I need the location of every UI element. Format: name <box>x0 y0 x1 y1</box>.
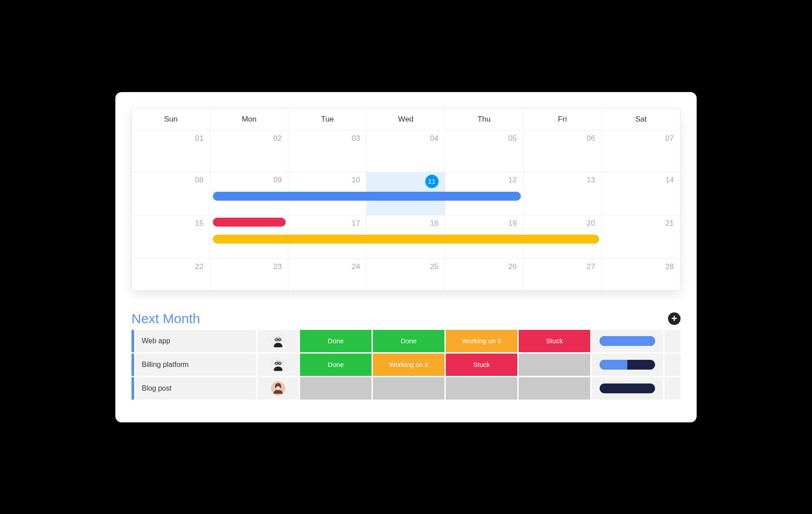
add-task-button[interactable]: + <box>668 312 681 325</box>
avatar-icon <box>271 381 285 396</box>
date-number: 08 <box>195 176 203 184</box>
calendar-cell[interactable]: 06 <box>524 131 602 172</box>
calendar-cell[interactable]: 01 <box>132 131 210 172</box>
today-badge: 11 <box>425 175 439 188</box>
calendar-cell[interactable]: 13 <box>524 172 602 215</box>
calendar-cell[interactable]: 08 <box>132 172 210 215</box>
calendar-cell[interactable]: 23 <box>210 259 288 290</box>
status-cell[interactable]: Stuck <box>519 330 590 352</box>
calendar-cell[interactable]: 28 <box>602 259 680 290</box>
date-number: 24 <box>352 262 360 271</box>
date-number: 15 <box>195 219 203 228</box>
date-number: 04 <box>430 134 439 143</box>
status-cell-empty[interactable] <box>446 377 517 400</box>
row-accent <box>131 330 134 352</box>
date-number: 21 <box>665 219 674 228</box>
row-end-spacer <box>664 330 681 352</box>
calendar-cell[interactable]: 22 <box>132 259 210 290</box>
calendar-cell[interactable]: 25 <box>367 259 445 290</box>
row-end-spacer <box>664 377 681 400</box>
status-cell-empty[interactable] <box>519 377 590 400</box>
calendar: Sun Mon Tue Wed Thu Fri Sat 010203040506… <box>131 108 681 291</box>
date-number: 25 <box>430 262 439 271</box>
task-table: Web appDoneDoneWorking on itStuckBilling… <box>131 330 681 400</box>
progress-track <box>600 360 655 370</box>
status-cell[interactable]: Stuck <box>446 354 517 376</box>
date-number: 23 <box>273 262 282 271</box>
task-row: Blog post <box>131 377 681 400</box>
progress-track <box>600 336 655 346</box>
date-number: 01 <box>195 134 203 143</box>
calendar-cell[interactable]: 02 <box>210 131 288 172</box>
progress-cell[interactable] <box>592 330 663 352</box>
calendar-cell[interactable]: 27 <box>524 259 602 290</box>
status-cell[interactable]: Working on it <box>373 354 444 376</box>
assignee-cell[interactable] <box>258 330 299 352</box>
date-number: 19 <box>508 219 517 228</box>
calendar-cell[interactable]: 14 <box>602 172 680 215</box>
calendar-header-row: Sun Mon Tue Wed Thu Fri Sat <box>132 109 680 130</box>
date-number: 10 <box>352 176 360 184</box>
date-number: 03 <box>352 134 360 143</box>
date-number: 26 <box>508 262 517 271</box>
calendar-cell[interactable]: 15 <box>132 215 210 258</box>
calendar-cell[interactable]: 26 <box>445 259 524 290</box>
date-number: 12 <box>508 176 517 184</box>
calendar-event-bar[interactable] <box>213 192 521 201</box>
app-card: Sun Mon Tue Wed Thu Fri Sat 010203040506… <box>115 92 697 422</box>
date-number: 06 <box>587 134 595 143</box>
task-name-cell[interactable]: Web app <box>135 330 256 352</box>
weekday-header: Wed <box>367 109 445 130</box>
assignee-cell[interactable] <box>258 377 299 400</box>
svg-point-1 <box>275 337 281 342</box>
calendar-cell[interactable]: 05 <box>445 131 524 172</box>
calendar-cell[interactable]: 04 <box>367 131 445 172</box>
calendar-row: 01020304050607 <box>132 130 680 172</box>
status-cell[interactable]: Done <box>300 330 372 352</box>
calendar-row: 22232425262728 <box>132 258 680 290</box>
weekday-header: Fri <box>524 109 602 130</box>
section-header: Next Month + <box>131 311 681 326</box>
plus-icon: + <box>672 314 677 324</box>
section-title: Next Month <box>131 311 200 326</box>
avatar-icon <box>271 334 285 348</box>
status-cell-empty[interactable] <box>300 377 372 400</box>
task-row: Billing platformDoneWorking on itStuck <box>131 354 681 376</box>
weekday-header: Sun <box>132 109 210 130</box>
assignee-cell[interactable] <box>258 354 299 376</box>
status-cell[interactable]: Working on it <box>446 330 517 352</box>
status-cell[interactable]: Done <box>373 330 444 352</box>
weekday-header: Sat <box>602 109 680 130</box>
task-row: Web appDoneDoneWorking on itStuck <box>131 330 681 352</box>
date-number: 20 <box>587 219 595 228</box>
date-number: 05 <box>508 134 517 143</box>
date-number: 02 <box>273 134 282 143</box>
task-name-cell[interactable]: Blog post <box>135 377 256 400</box>
progress-fill <box>600 360 627 370</box>
progress-cell[interactable] <box>592 354 663 376</box>
weekday-header: Mon <box>210 109 288 130</box>
status-cell[interactable]: Done <box>300 354 372 376</box>
row-end-spacer <box>664 354 681 376</box>
calendar-cell[interactable]: 21 <box>602 215 680 258</box>
date-number: 07 <box>665 134 674 143</box>
date-number: 09 <box>273 176 282 184</box>
calendar-event-bar[interactable] <box>213 235 599 244</box>
date-number: 17 <box>352 219 360 228</box>
weekday-header: Tue <box>288 109 367 130</box>
status-cell-empty[interactable] <box>519 354 590 376</box>
calendar-cell[interactable]: 03 <box>288 131 367 172</box>
date-number: 27 <box>587 262 595 271</box>
calendar-cell[interactable]: 07 <box>602 131 680 172</box>
row-accent <box>131 377 134 400</box>
date-number: 18 <box>430 219 439 228</box>
progress-cell[interactable] <box>592 377 663 400</box>
task-name-cell[interactable]: Billing platform <box>135 354 256 376</box>
date-number: 13 <box>587 176 595 184</box>
status-cell-empty[interactable] <box>373 377 444 400</box>
calendar-body: 0102030405060708091011121314151617181920… <box>132 130 680 290</box>
calendar-cell[interactable]: 24 <box>288 259 367 290</box>
date-number: 28 <box>665 262 674 271</box>
calendar-event-bar[interactable] <box>213 218 286 227</box>
date-number: 14 <box>665 176 674 184</box>
